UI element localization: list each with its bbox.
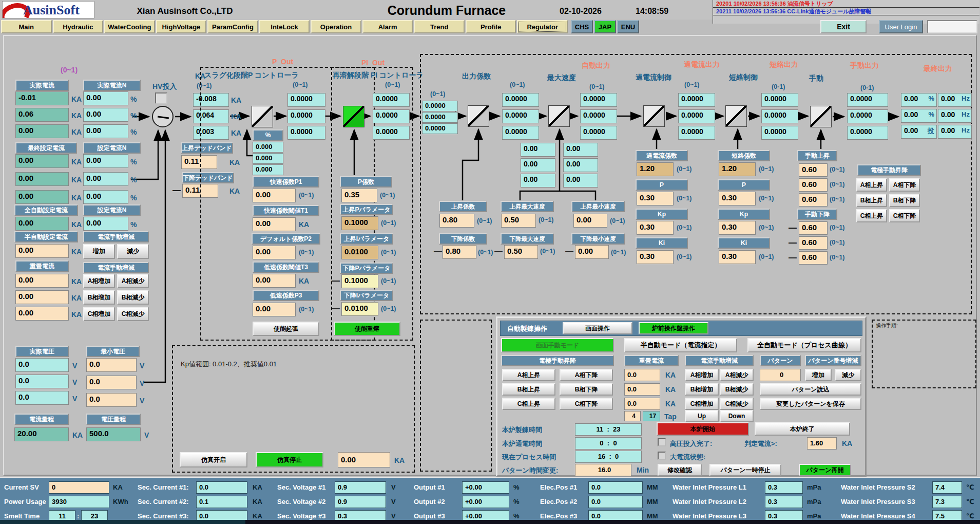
p1-input[interactable]: 0.00	[253, 189, 296, 202]
vmax-dn-input[interactable]: 0.50	[504, 245, 538, 259]
sc-ki-input[interactable]: 0.30	[719, 250, 756, 264]
current-inc-button[interactable]: 増加	[83, 244, 115, 259]
sc-kp-input[interactable]: 0.30	[719, 221, 756, 235]
phase-a-up-button[interactable]: A相上昇	[856, 178, 887, 192]
vmin-up-input[interactable]: 0.00	[573, 214, 607, 228]
panel-a-up-button[interactable]: A相上昇	[502, 369, 555, 381]
min-voltage-a-input[interactable]: 0.0	[86, 358, 137, 372]
p3-input[interactable]: 0.00	[253, 303, 296, 316]
panel-b-inc-button[interactable]: B相増加	[685, 383, 719, 396]
overlap-b-input[interactable]: 0.00	[15, 290, 69, 304]
phase-b-inc-button[interactable]: B相増加	[83, 290, 115, 305]
furnace-start-button[interactable]: 本炉開始	[657, 422, 749, 436]
dn-i-input[interactable]: 0.0100	[341, 302, 378, 316]
manual-up-c-input[interactable]: 0.60	[799, 193, 828, 207]
sc-p-input[interactable]: 0.30	[719, 192, 756, 205]
enable-arc-button[interactable]: 使能起弧	[253, 322, 319, 336]
semi-auto-mode-button[interactable]: 半自動モード（電流指定）	[624, 338, 737, 352]
phase-c-down-button[interactable]: C相下降	[889, 209, 920, 222]
current-sv-input[interactable]: 0	[49, 481, 109, 494]
panel-a-dec-button[interactable]: A相減少	[720, 369, 754, 381]
semi-auto-set-input[interactable]: 0.00	[15, 244, 69, 258]
min-voltage-c-input[interactable]: 0.0	[86, 393, 137, 407]
tap-set-value[interactable]: 4	[624, 411, 641, 421]
phase-c-inc-button[interactable]: C相増加	[83, 307, 115, 321]
phase-c-up-button[interactable]: C相上昇	[856, 209, 887, 222]
set-current-n2-header: 設定電流N	[83, 204, 141, 216]
phase-a-inc-button[interactable]: A相増加	[83, 274, 115, 288]
panel-c-dec-button[interactable]: C相減少	[720, 398, 754, 410]
current-dec-button[interactable]: 減少	[117, 244, 149, 259]
t1-input[interactable]: 0.00	[253, 217, 296, 231]
panel-overlap-b-input[interactable]: 0.0	[624, 383, 660, 396]
sim-stop-button[interactable]: 仿真停止	[256, 452, 323, 467]
manual-dn-c-input[interactable]: 0.60	[799, 251, 828, 265]
oc-coeff-range: (0~1)	[677, 165, 692, 173]
overlap-c-input[interactable]: 0.00	[15, 307, 69, 321]
tap-down-button[interactable]: Down	[720, 410, 754, 422]
overlap-a-input[interactable]: 0.00	[15, 274, 69, 288]
phase-a-down-button[interactable]: A相下降	[889, 178, 920, 192]
tap-up-button[interactable]: Up	[685, 410, 719, 422]
phase-b-up-button[interactable]: B相上昇	[856, 194, 887, 207]
panel-overlap-a-input[interactable]: 0.0	[624, 369, 660, 381]
p2-input[interactable]: 0.00	[253, 246, 296, 259]
t3-input[interactable]: 0.00	[253, 274, 296, 288]
pattern-load-button[interactable]: パターン読込	[760, 383, 861, 396]
gain-up-input[interactable]: 0.80	[439, 214, 474, 228]
hv-done-checkbox[interactable]	[658, 438, 666, 446]
manual-dn-a-input[interactable]: 0.60	[799, 221, 828, 235]
phase-a-dec-button[interactable]: A相減少	[117, 274, 149, 288]
panel-overlap-c-input[interactable]: 0.0	[624, 398, 660, 410]
panel-b-down-button[interactable]: B相下降	[560, 383, 613, 396]
confirm-change-button[interactable]: 修改確認	[658, 464, 702, 476]
vmin-dn-input[interactable]: 0.00	[575, 245, 609, 259]
front-panel-op-button[interactable]: 炉前操作盤操作	[639, 322, 708, 334]
panel-b-up-button[interactable]: B相上昇	[502, 383, 555, 396]
pattern-inc-button[interactable]: 増加	[805, 369, 832, 381]
manual-dn-b-input[interactable]: 0.60	[799, 236, 828, 250]
panel-c-up-button[interactable]: C相上昇	[502, 398, 555, 410]
panel-c-down-button[interactable]: C相下降	[560, 398, 613, 410]
pattern-time-input[interactable]: 16.0	[575, 464, 631, 476]
gain-dn-input[interactable]: 0.80	[443, 245, 476, 259]
manual-up-b-input[interactable]: 0.60	[799, 178, 828, 192]
pattern-pause-button[interactable]: パターン一時停止	[709, 464, 781, 476]
panel-a-down-button[interactable]: A相下降	[560, 369, 613, 381]
up-i-input[interactable]: 0.0100	[341, 246, 378, 259]
min-voltage-b-input[interactable]: 0.0	[86, 376, 137, 389]
manual-mode-button[interactable]: 画面手動モード	[501, 338, 614, 352]
actual-voltage-c: 0.0	[15, 391, 69, 405]
panel-a-inc-button[interactable]: A相増加	[685, 369, 719, 381]
panel-b-dec-button[interactable]: B相減少	[720, 383, 754, 396]
panel-c-inc-button[interactable]: C相増加	[685, 398, 719, 410]
screen-op-button[interactable]: 画面操作	[563, 322, 632, 334]
pattern-dec-button[interactable]: 減少	[835, 369, 861, 381]
pattern-save-button[interactable]: 変更したパターンを保存	[760, 398, 861, 410]
sc-out-c: 0.0000	[761, 126, 798, 140]
dn-p-input[interactable]: 0.1000	[341, 274, 378, 288]
sc-kp-header: Kp	[718, 209, 770, 220]
sim-current-input[interactable]: 0.00	[338, 452, 390, 467]
vmax-up-input[interactable]: 0.50	[501, 214, 536, 228]
phase-c-dec-button[interactable]: C相減少	[117, 307, 149, 321]
sc-coeff-input[interactable]: 1.20	[719, 162, 756, 176]
sim-start-button[interactable]: 仿真开启	[180, 452, 247, 467]
phase-b-down-button[interactable]: B相下降	[889, 194, 920, 207]
oc-ki-input[interactable]: 0.30	[637, 250, 674, 264]
enable-remelt-button[interactable]: 使能重熔	[334, 322, 400, 336]
big-current-checkbox[interactable]	[658, 452, 666, 460]
judge-current-input[interactable]: 1.60	[807, 437, 837, 450]
p-coeff-input[interactable]: 0.35	[341, 189, 377, 202]
pattern-resume-button[interactable]: パターン再開	[799, 464, 851, 476]
furnace-end-button[interactable]: 本炉終了	[755, 422, 850, 436]
oc-kp-input[interactable]: 0.30	[637, 221, 674, 235]
manual-up-a-input[interactable]: 0.60	[799, 163, 828, 177]
full-auto-mode-button[interactable]: 全自動モード（プロセス曲線）	[747, 338, 861, 352]
up-p-input[interactable]: 0.1000	[341, 216, 378, 230]
pattern-number-input[interactable]: 0	[760, 369, 801, 381]
phase-b-dec-button[interactable]: B相減少	[117, 290, 149, 305]
range: (0~1)	[830, 239, 845, 246]
oc-p-input[interactable]: 0.30	[637, 192, 674, 205]
oc-coeff-input[interactable]: 1.20	[637, 162, 674, 176]
